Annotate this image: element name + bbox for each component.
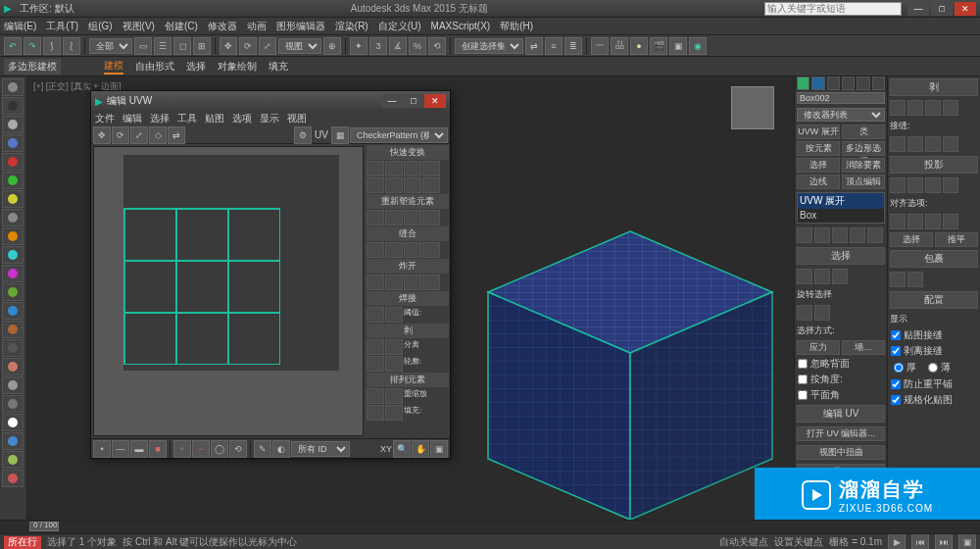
uvb-poly-icon[interactable]: ▬	[130, 440, 148, 458]
stack-unique-icon[interactable]	[832, 227, 848, 243]
stack-box[interactable]: Box	[798, 209, 884, 222]
ltool-10[interactable]	[2, 246, 24, 264]
goto-end-icon[interactable]: ⏭	[935, 533, 953, 549]
proj-cyl[interactable]	[907, 177, 923, 193]
ex-1[interactable]	[367, 274, 384, 290]
uvw-menu-display[interactable]: 显示	[260, 112, 279, 125]
tab-create-icon[interactable]	[797, 76, 809, 90]
ignore-back-chk[interactable]	[798, 359, 808, 369]
status-mode-btn[interactable]: 所在行	[4, 536, 41, 549]
seam-4[interactable]	[943, 136, 958, 152]
align-x[interactable]	[890, 214, 906, 229]
st-2[interactable]	[385, 242, 403, 258]
wrap-rollout[interactable]: 包裹	[890, 250, 978, 268]
seam-3[interactable]	[925, 136, 941, 152]
peel-3[interactable]	[925, 100, 941, 116]
uvw-stitch-hdr[interactable]: 缝合	[367, 226, 449, 241]
uvw-menu-view[interactable]: 视图	[287, 112, 307, 125]
peel-2[interactable]	[907, 100, 923, 116]
st-1[interactable]	[367, 242, 384, 258]
by-angle-chk[interactable]	[798, 374, 808, 384]
scene-cube[interactable]	[478, 224, 782, 527]
tab-modify-icon[interactable]	[811, 76, 824, 90]
menu-tools[interactable]: 工具(T)	[46, 20, 78, 33]
zoom-extents-icon[interactable]: ▣	[958, 533, 976, 549]
scale-icon[interactable]: ⤢	[259, 37, 276, 55]
align-icon[interactable]: ≡	[545, 37, 563, 55]
ltool-15[interactable]	[2, 339, 24, 357]
qt-4[interactable]	[422, 161, 440, 176]
stack-pin-icon[interactable]	[797, 227, 812, 243]
rect-select-icon[interactable]: ◻	[173, 37, 191, 55]
rs-2[interactable]	[385, 210, 403, 225]
rotate-icon[interactable]: ⟳	[239, 37, 257, 55]
open-editor-btn[interactable]: 打开 UV 编辑器...	[797, 426, 885, 441]
wrap-1[interactable]	[890, 272, 906, 287]
ltool-22[interactable]	[2, 470, 24, 487]
curve-editor-icon[interactable]: 〰	[591, 37, 609, 55]
ltool-1[interactable]	[2, 78, 24, 96]
uvb-fit-icon[interactable]: ▣	[430, 440, 448, 458]
modifier-stack[interactable]: UVW 展开 Box	[797, 192, 885, 224]
uvw-maximize[interactable]: □	[403, 94, 424, 108]
rot-cw-icon[interactable]	[797, 305, 812, 321]
pivot-icon[interactable]: ⊕	[323, 37, 341, 55]
radio-thin[interactable]	[928, 363, 938, 373]
ribbon-freeform[interactable]: 自由形式	[135, 60, 174, 74]
ribbon-modeling[interactable]: 建模	[104, 59, 123, 75]
mb-0-1[interactable]: 类	[842, 125, 885, 139]
uvw-explode-hdr[interactable]: 炸开	[367, 259, 449, 274]
uvw-peel-hdr[interactable]: 剥	[367, 324, 449, 338]
st-4[interactable]	[422, 242, 440, 258]
rot-ccw-icon[interactable]	[814, 305, 830, 321]
mb-3-1[interactable]: 顶点编辑	[842, 175, 885, 189]
ignore-btn[interactable]: 应力	[797, 340, 840, 355]
chk-peelseam[interactable]	[891, 346, 901, 356]
viewcube[interactable]	[731, 86, 774, 129]
sub-vertex-icon[interactable]	[797, 269, 812, 284]
mb-1-1[interactable]: 多边形选择	[842, 141, 885, 156]
mb-2-0[interactable]: 选择	[797, 158, 840, 173]
modifier-list[interactable]: 修改器列表	[797, 108, 885, 122]
qt-5[interactable]	[367, 177, 384, 193]
selset-input[interactable]: 创建选择集	[455, 38, 523, 54]
tab-display-icon[interactable]	[857, 76, 869, 90]
help-search[interactable]	[764, 2, 902, 16]
select-name-icon[interactable]: ☰	[154, 37, 172, 55]
uvb-id-select[interactable]: 所有 ID	[291, 441, 350, 457]
qt-3[interactable]	[404, 161, 421, 176]
pl-4[interactable]	[385, 356, 403, 372]
chk-normalize[interactable]	[891, 395, 901, 405]
rs-4[interactable]	[422, 210, 440, 225]
stack-uvw[interactable]: UVW 展开	[798, 193, 884, 209]
ribbon-tab[interactable]: 多边形建模	[4, 59, 61, 75]
goto-start-icon[interactable]: ⏮	[911, 533, 929, 549]
minimize-button[interactable]: —	[907, 2, 929, 16]
qt-1[interactable]	[367, 161, 384, 176]
ltool-17[interactable]	[2, 376, 24, 394]
wrap-2[interactable]	[907, 272, 923, 287]
uvw-canvas[interactable]	[93, 146, 364, 436]
window-crossing-icon[interactable]: ⊞	[193, 37, 211, 55]
menu-graph[interactable]: 图形编辑器	[276, 20, 325, 33]
ex-2[interactable]	[385, 274, 403, 290]
pl-2[interactable]	[385, 339, 403, 355]
pl-1[interactable]	[367, 339, 384, 355]
manip-icon[interactable]: ✦	[350, 37, 368, 55]
align-z[interactable]	[925, 214, 941, 229]
menu-modifiers[interactable]: 修改器	[208, 20, 237, 33]
menu-render[interactable]: 渲染(R)	[335, 20, 368, 33]
peel-rollout[interactable]: 剥	[890, 78, 978, 96]
ltool-12[interactable]	[2, 283, 24, 301]
object-name-input[interactable]	[797, 92, 885, 104]
ltool-16[interactable]	[2, 358, 24, 375]
tab-hierarchy-icon[interactable]	[827, 76, 840, 90]
coord-select[interactable]: 视图	[278, 38, 321, 54]
uvw-mirror-icon[interactable]: ⇄	[168, 126, 185, 144]
autokey-btn[interactable]: 自动关键点	[719, 535, 768, 549]
uvw-quick-hdr[interactable]: 快速变换	[367, 145, 449, 160]
mb-0-0[interactable]: UVW 展开	[797, 125, 840, 139]
uvw-editor-window[interactable]: ▶ 编辑 UVW — □ ✕ 文件 编辑 选择 工具 贴图 选项 显示 视图 ✥…	[90, 90, 451, 459]
uvw-scale-icon[interactable]: ⤢	[130, 126, 148, 144]
ltool-7[interactable]	[2, 190, 24, 208]
